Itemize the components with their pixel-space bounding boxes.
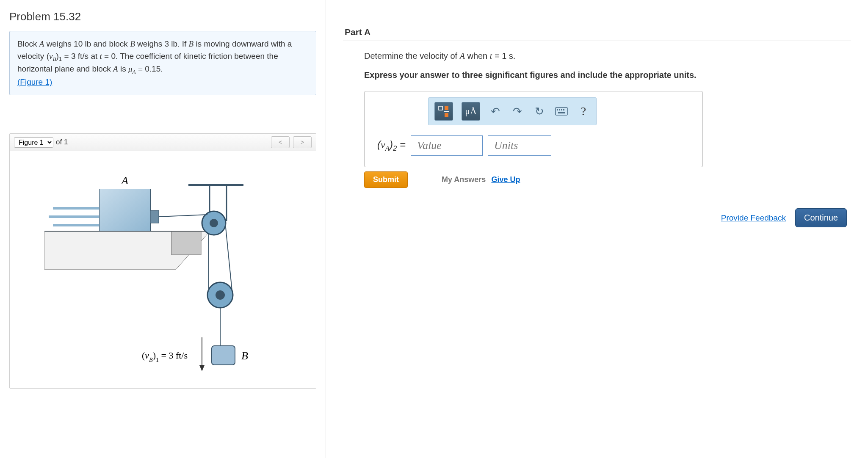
- keyboard-icon: [555, 107, 568, 116]
- part-heading: Part A: [345, 27, 851, 37]
- reset-icon: ↻: [535, 105, 544, 118]
- units-button[interactable]: μÅ: [462, 102, 480, 121]
- help-button[interactable]: ?: [577, 105, 590, 118]
- problem-text: Block A weighs 10 lb and block B weighs …: [17, 39, 292, 73]
- answer-variable: (vA)2 =: [377, 139, 406, 153]
- redo-icon: ↷: [513, 105, 522, 118]
- chevron-right-icon: >: [301, 139, 304, 146]
- figure-count: of 1: [56, 138, 68, 146]
- figure-panel: Figure 1 of 1 < > A: [9, 133, 316, 389]
- give-up-link[interactable]: Give Up: [491, 175, 520, 184]
- answer-links: My Answers Give Up: [442, 175, 520, 184]
- undo-button[interactable]: ↶: [489, 105, 502, 118]
- svg-rect-33: [557, 109, 558, 110]
- submit-button[interactable]: Submit: [364, 171, 408, 188]
- svg-rect-32: [556, 108, 567, 115]
- svg-rect-31: [445, 113, 448, 117]
- figure-link[interactable]: (Figure 1): [17, 77, 52, 86]
- mu-angstrom-icon: μÅ: [465, 106, 477, 117]
- svg-line-20: [225, 223, 232, 291]
- svg-rect-13: [171, 232, 201, 255]
- svg-rect-23: [212, 346, 235, 365]
- provide-feedback-link[interactable]: Provide Feedback: [721, 213, 786, 223]
- svg-rect-36: [563, 109, 564, 110]
- svg-rect-29: [445, 106, 448, 110]
- reset-button[interactable]: ↻: [533, 105, 546, 118]
- input-toolbar: μÅ ↶ ↷ ↻ ?: [428, 97, 597, 125]
- figure-image: A: [10, 151, 316, 388]
- svg-point-17: [216, 290, 225, 300]
- svg-rect-37: [558, 112, 565, 113]
- template-button[interactable]: [434, 102, 453, 121]
- figure-selector[interactable]: Figure 1: [14, 137, 53, 148]
- svg-rect-28: [439, 106, 442, 110]
- svg-text:B: B: [241, 350, 248, 362]
- answer-box: μÅ ↶ ↷ ↻ ? (vA)2 =: [364, 91, 703, 167]
- svg-rect-6: [150, 210, 159, 223]
- keyboard-button[interactable]: [555, 105, 568, 118]
- undo-icon: ↶: [491, 105, 500, 118]
- svg-text:(vB)1 = 3 ft/s: (vB)1 = 3 ft/s: [142, 350, 188, 363]
- svg-line-18: [159, 215, 207, 217]
- chevron-left-icon: <: [279, 139, 282, 146]
- figure-next-button[interactable]: >: [293, 136, 312, 148]
- svg-text:A: A: [121, 174, 128, 187]
- problem-statement: Block A weighs 10 lb and block B weighs …: [9, 31, 316, 95]
- question-text: Determine the velocity of A when t = 1 s…: [364, 51, 851, 61]
- divider: [343, 41, 851, 41]
- units-input[interactable]: [488, 135, 551, 156]
- svg-rect-35: [561, 109, 562, 110]
- value-input[interactable]: [411, 135, 483, 156]
- instruction-text: Express your answer to three significant…: [364, 70, 851, 80]
- problem-title: Problem 15.32: [9, 10, 316, 23]
- figure-prev-button[interactable]: <: [271, 136, 290, 148]
- redo-button[interactable]: ↷: [511, 105, 524, 118]
- svg-marker-26: [199, 365, 205, 371]
- continue-button[interactable]: Continue: [795, 208, 847, 227]
- svg-point-15: [210, 219, 218, 227]
- svg-rect-4: [100, 189, 150, 232]
- svg-rect-34: [559, 109, 560, 110]
- fraction-template-icon: [437, 105, 450, 118]
- my-answers-label: My Answers: [442, 175, 486, 184]
